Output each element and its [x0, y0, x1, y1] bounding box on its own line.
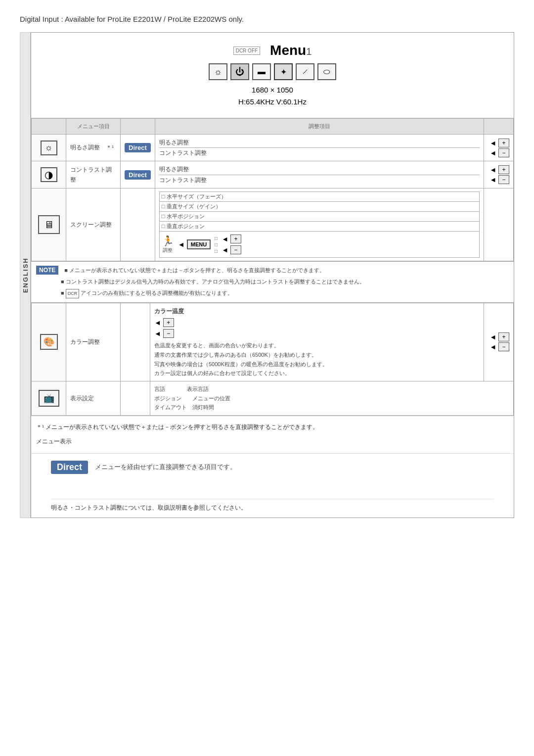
contrast-icon-cell: ◑	[32, 161, 66, 189]
color-ctrl-plus[interactable]: +	[498, 332, 509, 341]
icon-power: ⏻	[230, 63, 249, 80]
display-label: 表示設定	[70, 395, 94, 402]
bottom-text1: ＊¹ メニューが表示されていない状態で＋または－ボタンを押すと明るさを直接調整す…	[36, 422, 509, 432]
display-icon: 📺	[44, 393, 54, 404]
color-icon: 🎨	[44, 336, 54, 347]
menu-button[interactable]: MENU	[187, 239, 211, 249]
brightness-plus-btn[interactable]: +	[498, 139, 509, 147]
table-row: 🖥 スクリーン調整 □ 水平サイズ（フェーズ）	[32, 189, 514, 261]
contrast-icon: ◑	[44, 169, 53, 181]
screen-arrow-left: ◄	[178, 240, 185, 248]
dcr-label: DCR OFF	[233, 47, 260, 55]
note-line-3: ■ DCR アイコンのみ有効にすると明るさ調整機能が有効になります。	[61, 288, 233, 298]
color-desc4: カラー設定は個人の好みに合わせて設定してください。	[154, 369, 480, 378]
bottom-text2: メニュー表示	[36, 436, 509, 446]
color-table: 🎨 カラー調整 カラー温度 ◄ +	[31, 303, 514, 416]
color-label: カラー調整	[70, 338, 100, 345]
table-row: ◑ コントラスト調整 Direct 明るさ調整 コントラスト調整	[32, 161, 514, 189]
color-desc3: 写真や映像の場合は（5000K程度）の暖色系の色温度をお勧めします。	[154, 360, 480, 369]
color-sub-label: カラー温度	[154, 306, 480, 316]
color-desc2: 通常の文書作業では少し青みのある白（6500K）をお勧めします。	[154, 350, 480, 360]
direct-badge-main: Direct	[51, 461, 88, 474]
color-minus-btn[interactable]: −	[163, 329, 174, 338]
contrast-content-line1: 明るさ調整	[159, 164, 480, 174]
contrast-controls-cell: ◄ + ◄ −	[484, 161, 514, 189]
header-col-name: メニュー項目	[66, 119, 121, 135]
display-line2: ポジション メニューの位置	[154, 394, 509, 403]
screen-direct-cell	[121, 189, 155, 261]
brightness-content-cell: 明るさ調整 コントラスト調整	[155, 134, 484, 161]
brightness-icon-cell: ☼	[32, 134, 66, 161]
brightness-controls-cell: ◄ + ◄ −	[484, 134, 514, 161]
brightness-minus-btn[interactable]: −	[498, 148, 509, 157]
monitor-resolution: 1680 × 1050 H:65.4KHz V:60.1Hz	[238, 84, 307, 108]
icon-display: ⬭	[317, 63, 336, 80]
screen-label: スクリーン調整	[70, 221, 112, 228]
brightness-direct-cell: Direct	[121, 134, 155, 161]
brightness-content-line2: コントラスト調整	[159, 148, 480, 158]
color-ctrl-minus[interactable]: −	[498, 342, 509, 351]
contrast-direct-cell: Direct	[121, 161, 155, 189]
person-icon: 🏃	[162, 235, 174, 247]
color-controls-cell: ◄ + ◄ −	[484, 303, 514, 381]
contrast-label-cell: コントラスト調整	[66, 161, 121, 189]
header-text: Digital Input : Available for ProLite E2…	[20, 15, 514, 23]
color-direct-cell	[121, 303, 150, 381]
table-row: 🎨 カラー調整 カラー温度 ◄ +	[32, 303, 514, 381]
bottom-section: ＊¹ メニューが表示されていない状態で＋または－ボタンを押すと明るさを直接調整す…	[31, 416, 514, 453]
contrast-content-cell: 明るさ調整 コントラスト調整	[155, 161, 484, 189]
screen-content-cell: □ 水平サイズ（フェーズ） □ 垂直サイズ（ゲイン） □ 水平ポジション □ 垂…	[155, 189, 484, 261]
footer-section: 明るさ・コントラスト調整については、取扱説明書を参照してください。	[31, 479, 514, 518]
icon-diagonal: ⟋	[296, 63, 314, 80]
display-direct-cell	[121, 381, 150, 416]
contrast-direct-badge: Direct	[125, 170, 151, 180]
monitor-diagram: DCR OFF Menu1 ☼ ⏻ ▬ ✦	[31, 33, 514, 118]
brightness-arrow-left1: ◄	[490, 139, 496, 147]
sidebar-label: ENGLISH	[20, 32, 31, 518]
header-col-icon	[32, 119, 66, 135]
main-content: DCR OFF Menu1 ☼ ⏻ ▬ ✦	[31, 32, 514, 518]
note-line-1: ■ メニューが表示されていない状態で＋または－ボタンを押すと、明るさを直接調整す…	[64, 266, 325, 275]
note-line-2: ■ コントラスト調整はデジタル信号入力時のみ有効です。アナログ信号入力時はコント…	[61, 277, 365, 286]
monitor-icons-row: ☼ ⏻ ▬ ✦ ⟋ ⬭	[209, 63, 336, 80]
footer-text: 明るさ・コントラスト調整については、取扱説明書を参照してください。	[51, 499, 494, 513]
color-content-cell: カラー温度 ◄ + ◄ − 色温度を変更すると、画面の色合いが変わります。 通常…	[150, 303, 484, 381]
display-content-cell: 言語 表示言語 ポジション メニューの位置 タイムアウト 消灯時間	[150, 381, 514, 416]
direct-desc: メニューを経由せずに直接調整できる項目です。	[95, 462, 236, 472]
color-label-cell: カラー調整	[66, 303, 121, 381]
table-row: ☼ 明るさ調整 ＊¹ Direct 明るさ調整 コントラスト調整	[32, 134, 514, 161]
color-plus-btn[interactable]: +	[163, 318, 174, 327]
contrast-label: コントラスト調整	[70, 166, 112, 183]
menu-table: メニュー項目 調整項目 ☼	[31, 118, 514, 261]
contrast-content-line2: コントラスト調整	[159, 175, 480, 185]
header-col-content: 調整項目	[155, 119, 484, 135]
menu-label: Menu1	[270, 43, 312, 58]
display-icon-cell: 📺	[32, 381, 66, 416]
screen-icon-cell: 🖥	[32, 189, 66, 261]
icon-bar: ▬	[252, 63, 271, 80]
display-label-cell: 表示設定	[66, 381, 121, 416]
table-header-row: メニュー項目 調整項目	[32, 119, 514, 135]
display-line3: タイムアウト 消灯時間	[154, 403, 509, 412]
color-icon-cell: 🎨	[32, 303, 66, 381]
screen-label-cell: スクリーン調整	[66, 189, 121, 261]
contrast-plus-btn[interactable]: +	[498, 165, 509, 174]
icon-color-adj: ✦	[274, 63, 293, 80]
brightness-label-cell: 明るさ調整 ＊¹	[66, 134, 121, 161]
contrast-arrow-left1: ◄	[490, 166, 496, 174]
screen-plus-btn[interactable]: +	[230, 235, 241, 243]
screen-controls-cell	[484, 189, 514, 261]
screen-minus-btn[interactable]: −	[230, 245, 241, 254]
brightness-arrow-left2: ◄	[490, 149, 496, 157]
page-header: Digital Input : Available for ProLite E2…	[20, 15, 514, 23]
note-section: NOTE ■ メニューが表示されていない状態で＋または－ボタンを押すと、明るさを…	[31, 261, 514, 303]
direct-section: Direct メニューを経由せずに直接調整できる項目です。	[31, 453, 514, 479]
color-arrow-left2: ◄	[154, 330, 161, 337]
display-line1: 言語 表示言語	[154, 384, 509, 394]
screen-icon: 🖥	[44, 219, 54, 231]
brightness-content-line1: 明るさ調整	[159, 138, 480, 147]
brightness-direct-badge: Direct	[125, 143, 151, 152]
note-badge: NOTE	[36, 266, 58, 275]
header-col-direct	[121, 119, 155, 135]
contrast-minus-btn[interactable]: −	[498, 175, 509, 184]
